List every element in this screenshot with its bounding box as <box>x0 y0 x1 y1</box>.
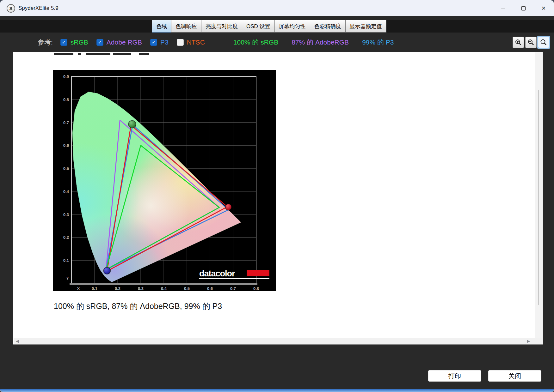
vertical-scrollbar-thumb[interactable] <box>539 90 539 305</box>
svg-text:0.3: 0.3 <box>138 286 144 291</box>
checkbox-box: ✓ <box>150 39 157 46</box>
tab-screen-uniformity[interactable]: 屏幕均匀性 <box>274 20 310 33</box>
checkbox-box: ✓ <box>96 39 103 46</box>
svg-text:0.6: 0.6 <box>63 143 69 148</box>
gamut-result-p3: 99% 的 P3 <box>362 38 394 47</box>
svg-text:0.2: 0.2 <box>115 286 120 291</box>
horizontal-scrollbar[interactable]: ◀ ▶ <box>14 338 542 344</box>
svg-text:0.1: 0.1 <box>63 258 69 263</box>
svg-text:0.4: 0.4 <box>161 286 167 291</box>
window-bottom-accent <box>0 389 554 392</box>
svg-text:0.6: 0.6 <box>207 286 213 291</box>
svg-text:0.1: 0.1 <box>92 286 97 291</box>
reference-caption: 参考: <box>38 38 53 47</box>
svg-text:0.5: 0.5 <box>63 166 69 171</box>
svg-text:0.7: 0.7 <box>63 120 69 125</box>
magnifier-icon <box>540 39 547 46</box>
magnifier-plus-icon <box>515 39 522 46</box>
scroll-right-arrow-icon[interactable]: ▶ <box>525 339 532 343</box>
svg-text:0.8: 0.8 <box>253 286 259 291</box>
cie-chart-svg: 0.10.20.30.40.50.60.70.80.10.20.30.40.50… <box>53 70 276 291</box>
report-page: 0.10.20.30.40.50.60.70.80.10.20.30.40.50… <box>13 52 543 345</box>
gamut-summary-text: 100% 的 sRGB, 87% 的 AdobeRGB, 99% 的 P3 <box>54 301 222 311</box>
titlebar: S SpyderXElite 5.9 ─ ✕ <box>0 0 554 16</box>
tab-color-gamut[interactable]: 色域 <box>152 20 171 33</box>
svg-text:0.9: 0.9 <box>63 74 69 79</box>
gamut-result-adobergb: 87% 的 AdobeRGB <box>292 38 349 47</box>
zoom-fit-button[interactable] <box>538 37 549 48</box>
tab-display-rating[interactable]: 显示器额定值 <box>345 20 386 33</box>
scroll-left-arrow-icon[interactable]: ◀ <box>14 339 21 343</box>
app-logo-icon: S <box>7 4 15 13</box>
tab-osd-settings[interactable]: OSD 设置 <box>242 20 274 33</box>
check-icon: ✓ <box>152 39 156 45</box>
zoom-out-button[interactable] <box>525 37 537 48</box>
tab-tone-response[interactable]: 色调响应 <box>171 20 201 33</box>
vertical-scrollbar[interactable] <box>535 52 542 338</box>
window-title: SpyderXElite 5.9 <box>18 5 58 11</box>
checkbox-ntsc[interactable]: ✓ NTSC <box>177 39 205 46</box>
svg-text:0.2: 0.2 <box>63 235 69 240</box>
maximize-icon <box>521 6 526 11</box>
zoom-controls <box>513 37 549 48</box>
clipped-text-fragment <box>13 52 543 55</box>
print-button[interactable]: 打印 <box>428 370 481 382</box>
tab-brightness-contrast[interactable]: 亮度与对比度 <box>201 20 242 33</box>
zoom-in-button[interactable] <box>513 37 524 48</box>
svg-text:0.4: 0.4 <box>63 189 69 194</box>
window-controls: ─ ✕ <box>493 0 554 16</box>
close-dialog-button[interactable]: 关闭 <box>488 370 541 382</box>
tab-bar: 色域 色调响应 亮度与对比度 OSD 设置 屏幕均匀性 色彩精确度 显示器额定值 <box>0 16 554 33</box>
cie-chromaticity-chart: 0.10.20.30.40.50.60.70.80.10.20.30.40.50… <box>53 70 276 291</box>
gamut-result-srgb: 100% 的 sRGB <box>233 38 278 47</box>
svg-text:0.5: 0.5 <box>184 286 190 291</box>
checkbox-adobe-rgb[interactable]: ✓ Adobe RGB <box>96 39 142 46</box>
checkbox-box: ✓ <box>60 39 67 46</box>
reference-bar: 参考: ✓ sRGB ✓ Adobe RGB ✓ P3 ✓ NTSC 100% … <box>0 33 554 52</box>
tab-color-accuracy[interactable]: 色彩精确度 <box>310 20 345 33</box>
checkbox-box: ✓ <box>177 39 184 46</box>
datacolor-logo-redbar <box>247 270 269 276</box>
svg-text:Y: Y <box>66 276 69 280</box>
app-window: S SpyderXElite 5.9 ─ ✕ 色域 色调响应 亮度与对比度 OS… <box>0 0 554 392</box>
datacolor-logo-underline <box>199 278 269 279</box>
checkbox-srgb[interactable]: ✓ sRGB <box>60 39 88 46</box>
datacolor-logo-text: datacolor <box>199 269 235 278</box>
close-button[interactable]: ✕ <box>533 0 554 16</box>
checkbox-p3[interactable]: ✓ P3 <box>150 39 169 46</box>
minimize-button[interactable]: ─ <box>493 0 513 16</box>
maximize-button[interactable] <box>513 0 533 16</box>
svg-text:0.3: 0.3 <box>63 212 69 217</box>
svg-text:X: X <box>77 286 80 291</box>
svg-text:0.7: 0.7 <box>230 286 236 291</box>
check-icon: ✓ <box>98 39 102 45</box>
check-icon: ✓ <box>62 39 66 45</box>
magnifier-minus-icon <box>527 39 534 46</box>
svg-text:0.8: 0.8 <box>63 97 69 102</box>
